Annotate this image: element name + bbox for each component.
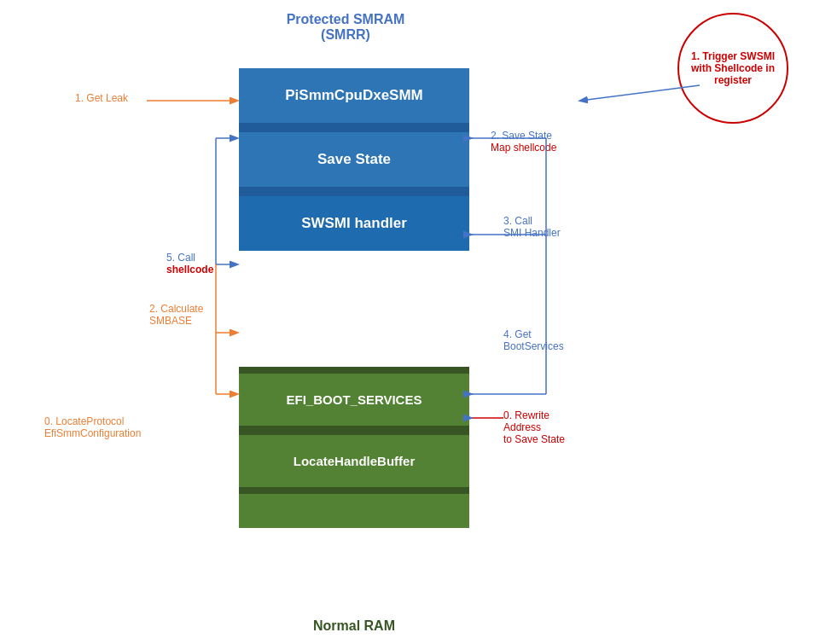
efi-label: EFI_BOOT_SERVICES — [287, 392, 422, 407]
smram-line1: Protected SMRAM — [205, 12, 486, 27]
map-shellcode-text: Map shellcode — [491, 142, 556, 154]
to-save-state-text: to Save State — [503, 433, 565, 445]
annotation-save-state-right: 2. Save State Map shellcode — [491, 130, 556, 154]
locate-protocol-text: 0. LocateProtocol — [44, 415, 141, 427]
call-smi-text: 3. Call — [503, 215, 561, 227]
efi-smm-config-text: EfiSmmConfiguration — [44, 427, 141, 439]
smram-line2: (SMRR) — [205, 27, 486, 43]
trigger-circle-text: 1. Trigger SWSMI with Shellcode in regis… — [688, 50, 778, 86]
ram-row-empty — [239, 494, 469, 528]
save-state-right-text: 2. Save State — [491, 130, 556, 142]
annotation-get-leak: 1. Get Leak — [75, 92, 128, 104]
trigger-circle: 1. Trigger SWSMI with Shellcode in regis… — [677, 13, 788, 124]
annotation-locate-protocol: 0. LocateProtocol EfiSmmConfiguration — [44, 415, 141, 439]
annotation-calc-smbase: 2. Calculate SMBASE — [149, 303, 203, 327]
smram-row-savestate: Save State — [239, 132, 469, 189]
get-bootservices-text: 4. Get — [503, 328, 564, 340]
smram-label: Protected SMRAM (SMRR) — [205, 12, 486, 43]
annotation-call-shellcode: 5. Call shellcode — [166, 252, 213, 276]
swsmi-label: SWSMI handler — [301, 215, 407, 231]
annotation-get-bootservices: 4. Get BootServices — [503, 328, 564, 352]
rewrite-text: 0. Rewrite — [503, 409, 565, 421]
pismm-label: PiSmmCpuDxeSMM — [285, 87, 423, 103]
get-leak-text: 1. Get Leak — [75, 92, 128, 104]
bootservices2-text: BootServices — [503, 340, 564, 352]
ram-row-efi: EFI_BOOT_SERVICES — [239, 374, 469, 428]
call-num-text: 5. Call — [166, 252, 213, 264]
smram-row-swsmi: SWSMI handler — [239, 196, 469, 251]
normal-ram-text: Normal RAM — [313, 618, 395, 633]
diagram: Protected SMRAM (SMRR) 1. Trigger SWSMI … — [0, 0, 814, 644]
smbase-text: SMBASE — [149, 315, 203, 327]
ram-block: EFI_BOOT_SERVICES LocateHandleBuffer — [239, 367, 469, 528]
address-text: Address — [503, 421, 565, 433]
annotation-rewrite: 0. Rewrite Address to Save State — [503, 409, 565, 445]
savestate-label: Save State — [317, 151, 391, 167]
normal-ram-label: Normal RAM — [239, 618, 469, 634]
smram-row-pismm: PiSmmCpuDxeSMM — [239, 68, 469, 125]
locate-label: LocateHandleBuffer — [294, 454, 416, 468]
smi-handler-text: SMI Handler — [503, 227, 561, 239]
smram-block: PiSmmCpuDxeSMM Save State SWSMI handler — [239, 68, 469, 251]
calc-smbase-text: 2. Calculate — [149, 303, 203, 315]
ram-row-locate: LocateHandleBuffer — [239, 435, 469, 487]
call-word-text: shellcode — [166, 264, 213, 276]
annotation-call-smi: 3. Call SMI Handler — [503, 215, 561, 239]
